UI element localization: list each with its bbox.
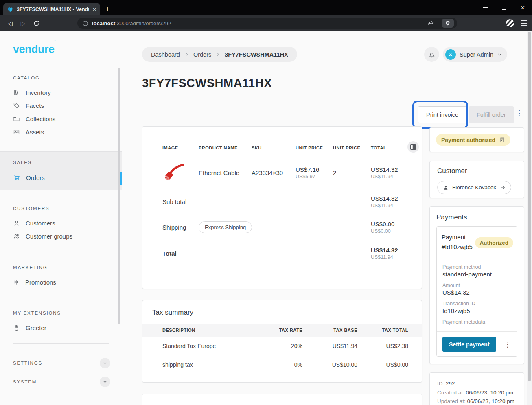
tax-row: shipping tax 0% US$10.00 US$0.00 — [142, 355, 422, 374]
user-menu[interactable]: Super Admin — [443, 47, 507, 62]
total-label: Total — [162, 250, 371, 257]
bell-icon — [428, 51, 436, 58]
toggle-columns-button[interactable] — [407, 141, 419, 153]
sidebar-item-promotions[interactable]: Promotions — [13, 276, 56, 289]
customer-link[interactable]: Florence Kovacek — [437, 181, 511, 194]
profile-avatar-icon[interactable] — [504, 15, 516, 31]
sidebar-item-inventory[interactable]: Inventory — [13, 86, 51, 99]
share-icon[interactable] — [427, 20, 435, 27]
asterisk-icon — [13, 279, 20, 285]
sidebar-group-settings[interactable]: SETTINGS — [13, 357, 110, 370]
browser-titlebar: 3FY7FSCWSHMA11HX • Vendure ✕ + ✕ — [0, 0, 532, 15]
order-table-header: IMAGE PRODUCT NAME SKU UNIT PRICE UNIT P… — [142, 127, 422, 157]
order-meta-card: ID: 292 Created at: 06/06/23, 10:20 pm U… — [429, 372, 524, 405]
product-name: Ethernet Cable — [199, 169, 252, 176]
order-lines-card: IMAGE PRODUCT NAME SKU UNIT PRICE UNIT P… — [142, 126, 422, 289]
new-tab-button[interactable]: + — [105, 3, 110, 15]
next-card-partial — [142, 394, 422, 405]
payment-header: Payment #fd10zwjb5 Authorized — [437, 227, 517, 258]
payment-method-label: Payment method — [442, 264, 511, 270]
breadcrumb-dashboard[interactable]: Dashboard — [151, 51, 180, 58]
shipping-label: Shipping — [162, 224, 199, 231]
updated-at-line: Updated at: 06/06/23, 10:20 pm — [437, 397, 517, 405]
product-sku: A23334×30 — [252, 169, 296, 176]
tax-table-header: DESCRIPTION TAX RATE TAX BASE TAX TOTAL — [142, 324, 422, 337]
back-button[interactable]: ◁ — [4, 15, 16, 31]
maximize-button[interactable] — [495, 0, 513, 15]
users-icon — [13, 233, 20, 240]
section-label-customers: CUSTOMERS — [13, 206, 49, 211]
scrollbar-thumb[interactable] — [528, 32, 531, 381]
customer-card: Customer Florence Kovacek — [429, 161, 524, 198]
sub-total-value: US$14.32 US$11.94 — [371, 195, 422, 208]
user-icon — [443, 185, 449, 190]
tax-summary-card: Tax summary DESCRIPTION TAX RATE TAX BAS… — [142, 300, 422, 383]
sidebar-item-facets[interactable]: Facets — [13, 99, 44, 112]
window-controls: ✕ — [476, 0, 532, 15]
settle-payment-button[interactable]: Settle payment — [442, 337, 496, 352]
site-info-icon[interactable] — [82, 20, 88, 26]
total-value: US$14.32 US$11.94 — [371, 247, 422, 260]
breadcrumb: Dashboard Orders 3FY7FSCWSHMA11HX — [142, 47, 297, 62]
avatar — [445, 49, 456, 60]
payment-more-actions-icon[interactable]: ⋮ — [504, 341, 511, 348]
fulfill-order-button[interactable]: Fulfill order — [469, 106, 514, 123]
tab-title: 3FY7FSCWSHMA11HX • Vendure — [17, 7, 89, 12]
transaction-id-value: fd10zwjb5 — [442, 307, 511, 314]
forward-button[interactable]: ▷ — [17, 15, 29, 31]
sidebar-item-orders[interactable]: Orders — [13, 171, 45, 184]
url-text: localhost:3000/admin/orders/292 — [92, 20, 427, 26]
tab-close-icon[interactable]: ✕ — [92, 7, 96, 12]
breadcrumb-orders[interactable]: Orders — [193, 51, 211, 58]
chevron-right-icon — [216, 52, 220, 57]
main-content: Dashboard Orders 3FY7FSCWSHMA11HX Super … — [122, 31, 532, 405]
chevron-down-icon — [497, 52, 502, 57]
sidebar-item-customers[interactable]: Customers — [13, 217, 55, 230]
sidebar-group-system[interactable]: SYSTEM — [13, 375, 110, 388]
sidebar-scrollbar[interactable] — [118, 68, 120, 324]
sidebar-item-assets[interactable]: Assets — [13, 125, 44, 138]
browser-menu-icon[interactable] — [518, 15, 530, 31]
print-invoice-button[interactable]: Print invoice — [418, 106, 466, 123]
cart-icon — [13, 174, 20, 181]
payment-status-badge: Authorized — [475, 237, 514, 248]
transaction-id-label: Transaction ID — [442, 301, 511, 306]
user-icon — [13, 220, 20, 227]
vendure-logo[interactable]: vendure´ — [13, 43, 56, 56]
amount-label: Amount — [442, 282, 511, 288]
page-scrollbar[interactable] — [527, 31, 532, 405]
minimize-button[interactable] — [476, 0, 495, 15]
vendure-admin-app: vendure´ CATALOG Inventory Facets Collec… — [0, 31, 532, 405]
url-bar[interactable]: localhost:3000/admin/orders/292 — [77, 18, 457, 29]
sidebar-item-greeter[interactable]: Greeter — [13, 321, 46, 334]
hand-icon — [13, 324, 20, 331]
customer-card-title: Customer — [437, 167, 517, 175]
chevron-right-icon — [184, 52, 189, 57]
reload-button[interactable] — [30, 15, 42, 31]
sidebar-item-collections[interactable]: Collections — [13, 112, 55, 125]
url-path: :3000/admin/orders/292 — [115, 20, 171, 26]
tag-icon — [13, 102, 20, 109]
chevron-down-icon[interactable] — [100, 377, 110, 387]
divider — [13, 343, 109, 344]
brave-rewards-icon[interactable] — [442, 19, 454, 28]
url-host: localhost — [92, 20, 115, 26]
divider — [438, 20, 438, 26]
shipping-value: US$0.00 US$0.00 — [371, 221, 422, 234]
product-thumbnail — [162, 164, 184, 182]
order-state-badge: Payment authorized — [436, 134, 510, 146]
shipping-method-chip[interactable]: Express Shipping — [199, 221, 252, 233]
payments-card: Payments Payment #fd10zwjb5 Authorized P… — [429, 206, 524, 364]
receipt-icon — [499, 137, 505, 143]
chevron-down-icon[interactable] — [100, 358, 110, 368]
browser-tab[interactable]: 3FY7FSCWSHMA11HX • Vendure ✕ — [3, 3, 100, 15]
close-button[interactable]: ✕ — [513, 0, 532, 15]
more-actions-icon[interactable]: ⋮ — [515, 108, 523, 118]
sidebar-item-customer-groups[interactable]: Customer groups — [13, 230, 72, 243]
divider — [122, 103, 527, 103]
arrow-right-icon — [500, 185, 506, 190]
notifications-button[interactable] — [424, 47, 439, 62]
payment-footer: Settle payment ⋮ — [437, 332, 517, 357]
customer-name: Florence Kovacek — [452, 184, 496, 190]
folder-icon — [13, 116, 20, 123]
